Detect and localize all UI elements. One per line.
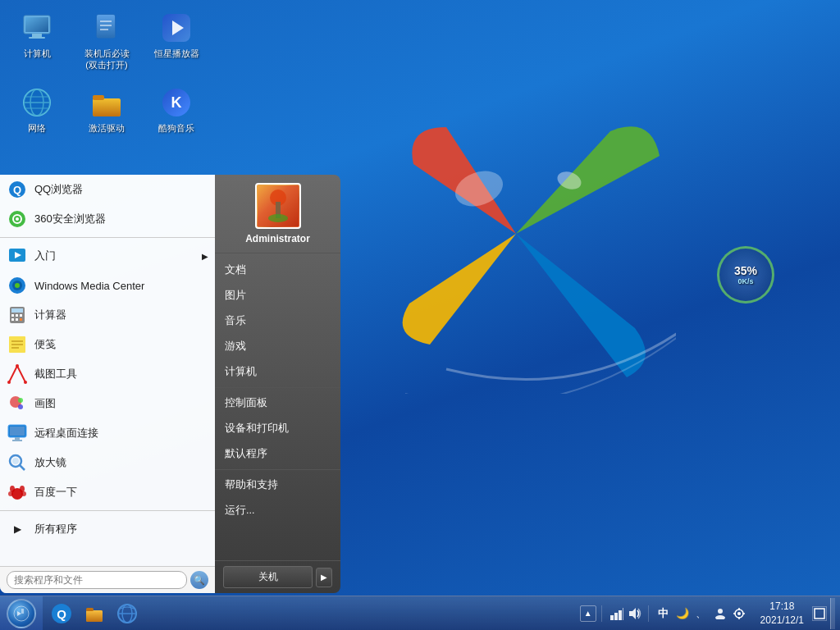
start-item-help[interactable]: 帮助和支持 bbox=[215, 472, 340, 498]
taskbar-icon-ie[interactable] bbox=[112, 598, 143, 629]
svg-rect-4 bbox=[32, 34, 42, 37]
svg-rect-8 bbox=[97, 15, 115, 38]
search-button[interactable]: 🔍 bbox=[190, 571, 208, 589]
svg-rect-22 bbox=[93, 95, 104, 100]
svg-text:Q: Q bbox=[57, 607, 66, 621]
clock-time: 17:18 bbox=[760, 600, 804, 614]
start-item-control-panel[interactable]: 控制面板 bbox=[215, 390, 340, 416]
start-menu-items: Q QQ浏览器 360安全浏览器 bbox=[0, 175, 215, 566]
shutdown-arrow-button[interactable]: ▶ bbox=[316, 568, 332, 587]
start-item-intro[interactable]: 入门 ▶ bbox=[0, 241, 215, 271]
network-icon bbox=[21, 86, 53, 119]
snipping-label: 截图工具 bbox=[34, 367, 77, 381]
baidu-label: 百度一下 bbox=[34, 485, 77, 500]
desktop: 35% 0K/s bbox=[0, 0, 840, 630]
start-item-pictures[interactable]: 图片 bbox=[215, 283, 340, 308]
user-avatar[interactable] bbox=[255, 183, 301, 229]
start-item-sticky[interactable]: 便笺 bbox=[0, 330, 215, 359]
ime-lang-indicator[interactable]: 中 bbox=[655, 605, 672, 622]
document-icon bbox=[90, 11, 123, 44]
svg-rect-59 bbox=[10, 427, 25, 436]
all-programs-icon: ▶ bbox=[7, 518, 28, 540]
magnifier-label: 放大镜 bbox=[34, 455, 66, 470]
qq-browser-icon: Q bbox=[7, 179, 28, 200]
action-center-icon[interactable] bbox=[812, 606, 827, 621]
tray-expand-button[interactable]: ▲ bbox=[580, 605, 596, 622]
tray-network-icon[interactable] bbox=[609, 605, 625, 622]
svg-rect-57 bbox=[15, 437, 20, 440]
desktop-icon-driver[interactable]: 激活驱动 bbox=[78, 83, 135, 137]
shutdown-button[interactable]: 关机 bbox=[223, 566, 313, 588]
driver-label: 激活驱动 bbox=[89, 122, 125, 134]
start-item-calculator[interactable]: 计算器 bbox=[0, 300, 215, 330]
search-input[interactable] bbox=[7, 571, 187, 589]
ime-comma-icon[interactable]: 、 bbox=[693, 605, 710, 622]
taskbar-icon-explorer[interactable] bbox=[79, 598, 110, 629]
svg-rect-42 bbox=[20, 318, 22, 321]
perf-percent: 35% bbox=[734, 264, 757, 277]
desktop-icon-kugou[interactable]: K 酷狗音乐 bbox=[148, 83, 205, 137]
start-item-wmc[interactable]: Windows Media Center bbox=[0, 271, 215, 300]
folder-icon bbox=[90, 86, 123, 119]
start-item-snipping[interactable]: 截图工具 bbox=[0, 359, 215, 389]
start-item-qq-browser[interactable]: Q QQ浏览器 bbox=[0, 175, 215, 204]
calculator-icon bbox=[7, 304, 28, 326]
desktop-icon-network[interactable]: 网络 bbox=[8, 83, 66, 137]
start-orb bbox=[7, 599, 36, 628]
start-item-devices[interactable]: 设备和打印机 bbox=[215, 416, 340, 441]
svg-point-51 bbox=[24, 381, 27, 384]
ime-area: 中 🌙 、 bbox=[651, 605, 752, 622]
desktop-icon-row-2: 网络 bbox=[8, 83, 205, 137]
taskbar: Q bbox=[0, 596, 840, 630]
start-item-computer-r[interactable]: 计算机 bbox=[215, 359, 340, 385]
svg-rect-83 bbox=[614, 613, 618, 620]
svg-rect-37 bbox=[11, 314, 14, 317]
start-item-all-programs[interactable]: ▶ 所有程序 bbox=[0, 514, 215, 544]
svg-rect-84 bbox=[619, 610, 622, 620]
performance-widget[interactable]: 35% 0K/s bbox=[717, 246, 774, 304]
start-menu-left: Q QQ浏览器 360安全浏览器 bbox=[0, 175, 215, 593]
svg-rect-21 bbox=[93, 98, 121, 116]
svg-text:Q: Q bbox=[13, 184, 21, 196]
svg-text:K: K bbox=[171, 94, 182, 111]
svg-rect-6 bbox=[25, 17, 48, 32]
start-button[interactable] bbox=[0, 596, 43, 631]
ime-moon-icon[interactable]: 🌙 bbox=[674, 605, 691, 622]
ime-settings-icon[interactable] bbox=[731, 605, 747, 622]
svg-point-34 bbox=[15, 283, 20, 288]
desktop-icon-mediaplayer[interactable]: 恒星播放器 bbox=[148, 8, 205, 75]
start-item-rdp[interactable]: 远程桌面连接 bbox=[0, 418, 215, 448]
start-item-run[interactable]: 运行... bbox=[215, 498, 340, 523]
svg-rect-5 bbox=[29, 37, 45, 39]
svg-point-90 bbox=[737, 612, 741, 615]
svg-point-53 bbox=[18, 398, 23, 403]
computer-label: 计算机 bbox=[24, 48, 51, 59]
calculator-label: 计算器 bbox=[34, 308, 66, 322]
svg-line-47 bbox=[9, 366, 17, 382]
start-item-default-programs[interactable]: 默认程序 bbox=[215, 441, 340, 467]
desktop-icon-postinstall[interactable]: 装机后必读(双击打开) bbox=[78, 8, 135, 75]
wmc-icon bbox=[7, 275, 28, 296]
360-browser-icon bbox=[7, 208, 28, 230]
start-item-baidu[interactable]: 百度一下 bbox=[0, 477, 215, 507]
rdp-label: 远程桌面连接 bbox=[34, 426, 98, 441]
desktop-icon-computer[interactable]: 计算机 bbox=[8, 8, 66, 75]
start-item-magnifier[interactable]: 放大镜 bbox=[0, 448, 215, 477]
tray-volume-icon[interactable] bbox=[627, 605, 643, 622]
360-browser-label: 360安全浏览器 bbox=[34, 212, 106, 226]
start-item-paint[interactable]: 画图 bbox=[0, 389, 215, 418]
start-search-bar: 🔍 bbox=[0, 566, 215, 593]
taskbar-icon-qq[interactable]: Q bbox=[46, 598, 77, 629]
username-label: Administrator bbox=[245, 233, 310, 244]
start-item-games[interactable]: 游戏 bbox=[215, 334, 340, 359]
perf-speed: 0K/s bbox=[737, 277, 753, 285]
start-item-360-browser[interactable]: 360安全浏览器 bbox=[0, 204, 215, 234]
show-desktop-button[interactable] bbox=[830, 598, 835, 629]
ime-user-icon[interactable] bbox=[712, 605, 728, 622]
start-item-music[interactable]: 音乐 bbox=[215, 308, 340, 334]
system-clock[interactable]: 17:18 2021/12/1 bbox=[754, 600, 810, 628]
start-item-documents[interactable]: 文档 bbox=[215, 258, 340, 283]
svg-rect-95 bbox=[815, 609, 824, 619]
svg-line-48 bbox=[17, 366, 25, 382]
svg-rect-40 bbox=[11, 318, 14, 321]
